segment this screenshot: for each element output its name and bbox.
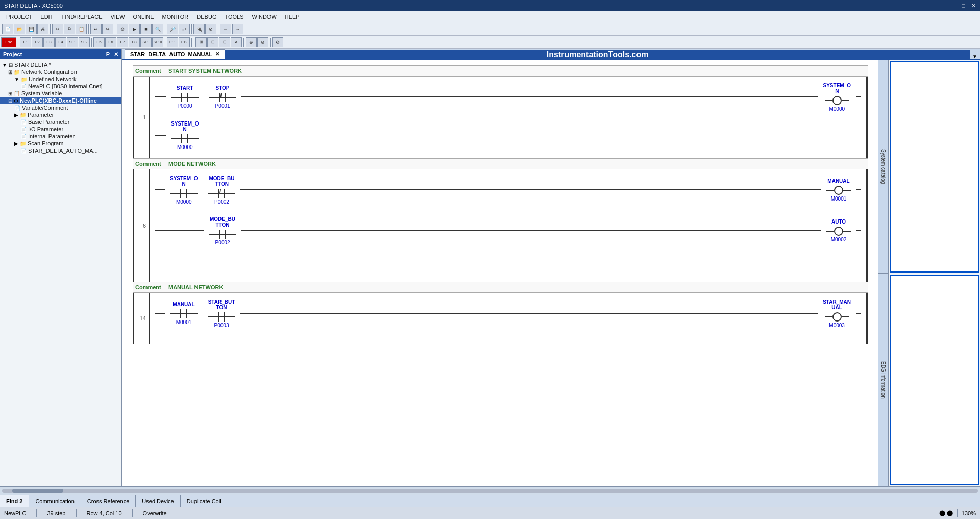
bottom-tab-duplicate-coil[interactable]: Duplicate Coil: [181, 495, 228, 507]
tree-item-star-delta-prog[interactable]: 📄 STAR_DELTA_AUTO_MA...: [0, 147, 121, 154]
tab-label: STAR_DELTA_AUTO_MANUAL: [130, 51, 212, 57]
tab-title-area: InstrumentationTools.com: [225, 50, 970, 59]
tree-vc-icon: 📄: [14, 105, 20, 111]
cut-btn[interactable]: ✂: [52, 24, 63, 34]
f2[interactable]: F2: [32, 37, 43, 47]
right-panel-eds-label: EDS information: [880, 361, 886, 399]
tree-item-parameter[interactable]: ▶ 📁 Parameter: [0, 111, 121, 118]
menu-findreplace[interactable]: FIND/REPLACE: [57, 13, 106, 21]
view-btn2[interactable]: ⊟: [207, 37, 218, 47]
f3[interactable]: F3: [43, 37, 55, 47]
contact-system-on-symbol: [171, 134, 199, 143]
h-scrollbar[interactable]: [0, 486, 980, 495]
canvas-area[interactable]: Comment START SYSTEM NETWORK 1: [122, 60, 878, 486]
sf2[interactable]: SF2: [79, 37, 90, 47]
menu-window[interactable]: WINDOW: [248, 13, 281, 21]
sf9[interactable]: SF9: [140, 37, 152, 47]
tree-item-io-param[interactable]: 📄 I/O Parameter: [0, 126, 121, 133]
replace-btn[interactable]: ⇄: [179, 24, 190, 34]
tab-more-icon[interactable]: ▼: [972, 54, 977, 59]
save-btn[interactable]: 💾: [26, 24, 37, 34]
menu-online[interactable]: ONLINE: [129, 13, 158, 21]
tree-item-variable-comment[interactable]: 📄 Variable/Comment: [0, 104, 121, 111]
tree-item-system-variable[interactable]: ⊞ 📋 System Variable: [0, 90, 121, 97]
zoom-in[interactable]: ⊕: [246, 37, 257, 47]
coil-auto-symbol: [826, 227, 851, 236]
coil-star-manual-label: STAR_MANUAL: [823, 299, 851, 310]
menu-project[interactable]: PROJECT: [2, 13, 36, 21]
coil-manual-addr: M0001: [831, 196, 847, 202]
status-plc: NewPLC: [4, 510, 26, 516]
menu-view[interactable]: VIEW: [106, 13, 129, 21]
bottom-tab-cross-ref[interactable]: Cross Reference: [81, 495, 136, 507]
h-scroll-thumb[interactable]: [12, 489, 63, 493]
contact-stop-label: STOP: [215, 85, 229, 91]
sf10[interactable]: SF10: [152, 37, 163, 47]
bottom-tab-communication[interactable]: Communication: [29, 495, 81, 507]
toolbar-2: Esc F1 F2 F3 F4 SF1 SF2 F5 F6 F7 F8 SF9 …: [0, 36, 980, 49]
panel-pin-btn[interactable]: P: [106, 51, 110, 58]
close-btn[interactable]: ✕: [971, 3, 976, 9]
f12[interactable]: F12: [179, 37, 190, 47]
print-btn[interactable]: 🖨: [37, 24, 48, 34]
f1[interactable]: F1: [20, 37, 31, 47]
menu-debug[interactable]: DEBUG: [192, 13, 220, 21]
sf1[interactable]: SF1: [67, 37, 78, 47]
connect-btn[interactable]: 🔌: [193, 24, 205, 34]
menu-tools[interactable]: TOOLS: [220, 13, 248, 21]
arrow-right[interactable]: →: [232, 24, 243, 34]
tree-item-newplc-offline[interactable]: ⊟ ⚙ NewPLC(XBC-DxxxE)-Offline: [0, 97, 121, 104]
contact-start-symbol: [171, 93, 199, 102]
stop-btn[interactable]: ■: [140, 24, 152, 34]
maximize-btn[interactable]: □: [962, 3, 965, 9]
new-btn[interactable]: 📄: [2, 24, 13, 34]
disconnect-btn[interactable]: ⊘: [205, 24, 216, 34]
minimize-btn[interactable]: ─: [952, 3, 956, 9]
contact-manual: MANUAL M0001: [170, 302, 198, 325]
arrow-left[interactable]: ←: [220, 24, 231, 34]
tree-item-root[interactable]: ▼ ⊟ STAR DELTA *: [0, 61, 121, 68]
tab-star-delta[interactable]: STAR_DELTA_AUTO_MANUAL ✕: [125, 49, 225, 59]
f7[interactable]: F7: [117, 37, 128, 47]
tree-item-newplc-cnet[interactable]: 📄 NewPLC [B0S0 Internal Cnet]: [0, 83, 121, 90]
copy-btn[interactable]: ⧉: [64, 24, 75, 34]
bottom-tab-used-device[interactable]: Used Device: [136, 495, 180, 507]
view-btn1[interactable]: ⊞: [195, 37, 207, 47]
toolbar-1: 📄 📂 💾 🖨 ✂ ⧉ 📋 ↩ ↪ ⚙ ▶ ■ 🔍 🔎 ⇄ 🔌 ⊘ ← →: [0, 22, 980, 36]
tab-close-icon[interactable]: ✕: [215, 51, 219, 57]
contact-mode-nc-addr: P0002: [214, 199, 229, 205]
tree-item-undefined-network[interactable]: ▼ 📁 Undefined Network: [0, 76, 121, 83]
tree-item-internal-param[interactable]: 📄 Internal Parameter: [0, 133, 121, 140]
open-btn[interactable]: 📂: [14, 24, 25, 34]
find-btn[interactable]: 🔎: [167, 24, 178, 34]
power-rail-right-2: [866, 169, 868, 282]
compile-btn[interactable]: ⚙: [117, 24, 128, 34]
f4[interactable]: F4: [55, 37, 66, 47]
debug-btn[interactable]: 🔍: [152, 24, 163, 34]
settings-btn[interactable]: ⚙: [272, 37, 283, 47]
zoom-out[interactable]: ⊖: [257, 37, 268, 47]
paste-btn[interactable]: 📋: [76, 24, 87, 34]
f6[interactable]: F6: [105, 37, 116, 47]
f8[interactable]: F8: [129, 37, 140, 47]
run-btn[interactable]: ▶: [129, 24, 140, 34]
f11[interactable]: F11: [167, 37, 178, 47]
comment-text-2: MODE NETWORK: [168, 161, 216, 167]
status-mode: Overwrite: [143, 510, 167, 516]
panel-close-btn[interactable]: ✕: [114, 51, 118, 58]
view-btn4[interactable]: A: [231, 37, 242, 47]
menu-edit[interactable]: EDIT: [36, 13, 57, 21]
view-btn3[interactable]: ⊡: [219, 37, 230, 47]
menu-monitor[interactable]: MONITOR: [158, 13, 193, 21]
redo-btn[interactable]: ↪: [102, 24, 113, 34]
tab-bar: STAR_DELTA_AUTO_MANUAL ✕ Instrumentation…: [122, 49, 980, 60]
bottom-tab-find[interactable]: Find 2: [0, 495, 29, 507]
tree-item-scan-program[interactable]: ▶ 📁 Scan Program: [0, 140, 121, 147]
comment-row-2: Comment MODE NETWORK: [133, 158, 868, 169]
undo-btn[interactable]: ↩: [90, 24, 102, 34]
esc-btn[interactable]: Esc: [1, 37, 16, 47]
f5[interactable]: F5: [93, 37, 105, 47]
menu-help[interactable]: HELP: [281, 13, 304, 21]
tree-item-basic-param[interactable]: 📄 Basic Parameter: [0, 118, 121, 126]
tree-item-network-config[interactable]: ⊞ 📁 Network Configuration: [0, 68, 121, 76]
